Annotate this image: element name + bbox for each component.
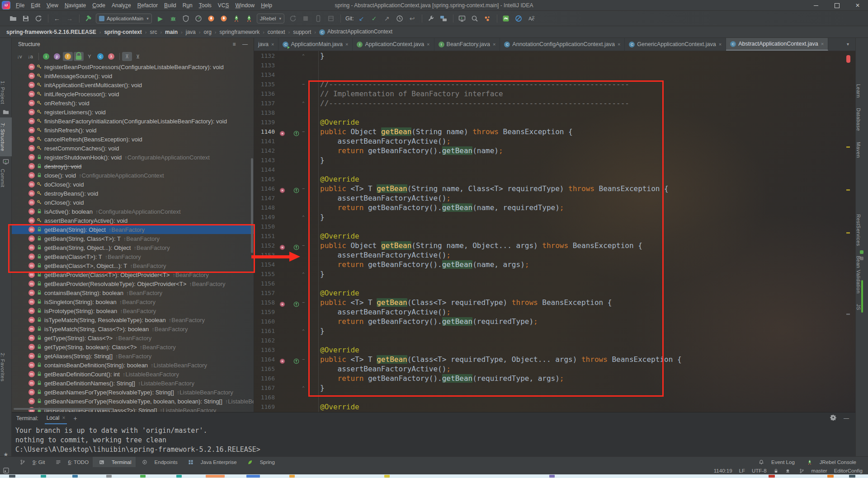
git-rollback-icon[interactable]: ↩ — [407, 14, 417, 23]
screen-icon[interactable] — [457, 14, 467, 23]
sort-alphabetically-icon[interactable]: ↓a — [25, 52, 35, 61]
rocket-debug-icon[interactable] — [244, 14, 254, 23]
code-line[interactable]: 1138 — [254, 108, 855, 117]
stripe-item-learn[interactable]: Learn — [856, 81, 868, 101]
tool-window-switcher-icon[interactable] — [3, 468, 9, 474]
fold-marker-icon[interactable]: ⌃ — [302, 98, 305, 108]
stripe-item-1-project[interactable]: 1: Project — [0, 79, 12, 107]
close-icon[interactable]: × — [427, 42, 429, 47]
code-line[interactable]: 1165 assertBeanFactoryActive(); — [254, 364, 855, 374]
code-line[interactable]: 1140−public Object getBean(String name) … — [254, 127, 855, 136]
tab-genericapplicationcontext-java[interactable]: CGenericApplicationContext.java× — [625, 38, 726, 51]
close-icon[interactable]: × — [62, 415, 65, 421]
menu-edit[interactable]: Edit — [28, 0, 43, 11]
structure-method-row[interactable]: mclose(): void↑ConfigurableApplicationCo… — [12, 171, 254, 180]
run-configuration-combo[interactable]: ApplicationMain▾ — [96, 14, 152, 23]
git-commit-icon[interactable]: ✓ — [369, 14, 379, 23]
structure-method-row[interactable]: mgetBeanProvider(ResolvableType): Object… — [12, 279, 254, 288]
collapse-all-icon[interactable]: ⊻ — [133, 52, 143, 61]
breadcrumb-item[interactable]: main — [165, 29, 178, 35]
structure-method-row[interactable]: mgetBeanDefinitionCount(): int↑ListableB… — [12, 370, 254, 379]
breadcrumb-item[interactable]: java — [186, 29, 196, 35]
structure-method-row[interactable]: monClose(): void — [12, 198, 254, 207]
menu-code[interactable]: Code — [89, 0, 108, 11]
close-icon[interactable]: × — [271, 42, 274, 47]
code-line[interactable]: 1164−public <T> T getBean(Class<T> requi… — [254, 355, 855, 364]
run-icon[interactable]: ▶ — [156, 14, 165, 23]
structure-method-row[interactable]: mgetBeanDefinitionNames(): String[]↑List… — [12, 379, 254, 388]
jrebel-run-icon[interactable] — [206, 14, 216, 23]
toolwindow-button-endpoints[interactable]: Endpoints — [136, 457, 182, 467]
breadcrumb-item[interactable]: CAbstractApplicationContext — [319, 28, 392, 35]
structure-method-row[interactable]: mfinishBeanFactoryInitialization(Configu… — [12, 117, 254, 126]
code-line[interactable]: 1132⌃} — [254, 51, 855, 61]
rerun-icon[interactable] — [288, 14, 298, 23]
jrebel-combo[interactable]: JRebel▾ — [257, 14, 284, 23]
structure-method-row[interactable]: mdestroyBeans(): void — [12, 189, 254, 198]
project-structure-icon[interactable] — [439, 14, 448, 23]
code-line[interactable]: 1143} — [254, 155, 855, 165]
terminal-tab-local[interactable]: Local× — [45, 412, 67, 424]
code-line[interactable]: 1163@Override — [254, 345, 855, 355]
toolwindow-button-terminal[interactable]: Terminal — [93, 457, 135, 467]
structure-method-row[interactable]: mfinishRefresh(): void — [12, 126, 254, 135]
structure-method-row[interactable]: mresetCommonCaches(): void — [12, 144, 254, 153]
code-line[interactable]: 1158−public <T> T getBean(Class<T> requi… — [254, 298, 855, 307]
breadcrumb-item[interactable]: src — [150, 29, 157, 35]
stripe-item-restservices[interactable]: RestServices — [856, 211, 868, 248]
structure-method-row[interactable]: mgetBean(String, Object...): Object↑Bean… — [12, 243, 254, 252]
no-entry-icon[interactable] — [514, 14, 524, 23]
commit-icon[interactable] — [2, 158, 9, 165]
caret-position-widget[interactable]: 1140:19 — [714, 468, 732, 473]
chevron-down-icon[interactable]: ▾ — [847, 42, 849, 47]
code-line[interactable]: 1144 — [254, 165, 855, 174]
stripe-item-commit[interactable]: Commit — [0, 166, 12, 190]
stop-icon[interactable] — [301, 14, 311, 23]
toolwindow-button-spring[interactable]: Spring — [241, 457, 279, 467]
fold-marker-icon[interactable]: ⌃ — [302, 269, 305, 279]
plugin-icon[interactable] — [482, 14, 492, 23]
hide-icon[interactable]: — — [241, 40, 249, 48]
expand-all-icon[interactable]: ⊼ — [122, 52, 132, 61]
code-line[interactable]: 1142 return getBeanFactory().getBean(nam… — [254, 146, 855, 155]
fold-marker-icon[interactable]: ⌃ — [302, 212, 305, 222]
stripe-item-7-structure[interactable]: 7: Structure — [0, 117, 12, 156]
maximize-button[interactable] — [826, 0, 847, 11]
code-line[interactable]: 1153 assertBeanFactoryActive(); — [254, 250, 855, 260]
git-history-icon[interactable] — [395, 14, 405, 23]
terminal-minimize-icon[interactable]: — — [844, 415, 849, 422]
coverage-icon[interactable] — [181, 14, 191, 23]
terminal-settings-gear-icon[interactable] — [830, 414, 836, 422]
open-folder-icon[interactable] — [8, 14, 18, 23]
breadcrumb-item[interactable]: springframework — [219, 29, 259, 35]
code-line[interactable]: 1152−public Object getBean(String name, … — [254, 241, 855, 250]
code-line[interactable]: 1141 assertBeanFactoryActive(); — [254, 136, 855, 146]
menu-vcs[interactable]: VCS — [215, 0, 232, 11]
minimize-button[interactable] — [806, 0, 826, 11]
forward-icon[interactable]: → — [65, 14, 75, 23]
code-editor[interactable]: 1132⌃}113311341135−//-------------------… — [254, 51, 855, 412]
fold-marker-icon[interactable]: − — [302, 298, 305, 307]
close-icon[interactable]: × — [618, 42, 620, 47]
back-icon[interactable]: ← — [52, 14, 62, 23]
close-icon[interactable]: × — [345, 42, 348, 47]
structure-method-row[interactable]: mgetBeanProvider(Class<T>): ObjectProvid… — [12, 270, 254, 279]
fold-marker-icon[interactable]: − — [302, 241, 305, 250]
code-line[interactable]: 1148 return getBeanFactory().getBean(nam… — [254, 203, 855, 212]
breadcrumb-item[interactable]: org — [203, 29, 211, 35]
toolwindow-button-6-todo[interactable]: 6: TODO — [49, 457, 93, 467]
code-line[interactable]: 1160 return getBeanFactory().getBean(req… — [254, 317, 855, 326]
tab-abstractapplicationcontext-java[interactable]: CAbstractApplicationContext.java× — [726, 38, 828, 51]
git-push-icon[interactable]: ↗ — [382, 14, 392, 23]
project-folder-icon[interactable] — [2, 108, 9, 116]
show-inherited-icon[interactable]: i — [41, 52, 51, 61]
tab-annotationconfigapplicationcontext-java[interactable]: CAnnotationConfigApplicationContext.java… — [500, 38, 625, 51]
structure-method-row[interactable]: mcontainsBean(String): boolean↑BeanFacto… — [12, 288, 254, 297]
code-line[interactable]: 1161⌃} — [254, 326, 855, 336]
close-icon[interactable]: × — [719, 42, 722, 47]
structure-method-row[interactable]: mgetBean(String): Object↑BeanFactory — [12, 225, 254, 234]
code-line[interactable]: 1150 — [254, 222, 855, 231]
menu-build[interactable]: Build — [161, 0, 179, 11]
code-line[interactable]: 1155⌃} — [254, 269, 855, 279]
structure-method-row[interactable]: misActive(): boolean↑ConfigurableApplica… — [12, 207, 254, 216]
